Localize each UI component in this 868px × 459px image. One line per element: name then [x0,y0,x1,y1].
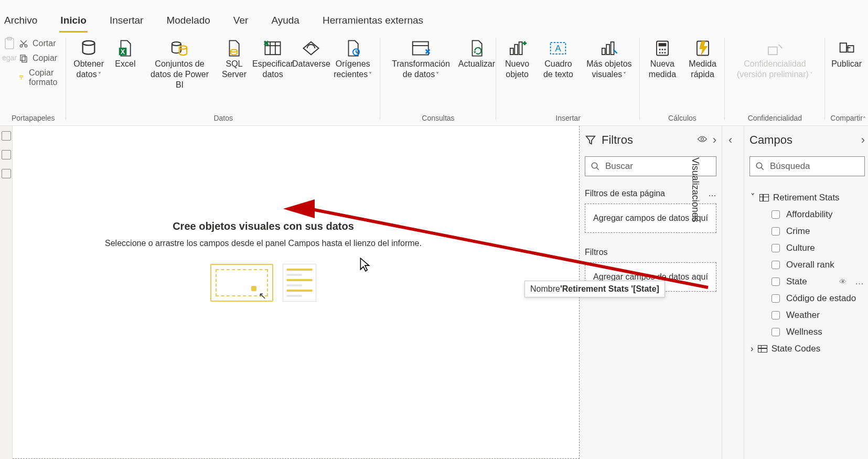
field-label: State [786,276,807,287]
tab-herramientas-externas[interactable]: Herramientas externas [318,7,427,33]
svg-rect-25 [607,45,610,55]
new-measure-button[interactable]: Nueva medida [643,37,681,81]
field-checkbox[interactable] [771,244,780,252]
table-retirement-stats[interactable]: ˅ Retirement Stats [749,189,865,206]
field-checkbox[interactable] [771,210,780,219]
visualizations-pane-collapsed: Visualizaciones [722,126,744,459]
sql-server-button[interactable]: SQL Server [219,37,250,81]
tab-ver[interactable]: Ver [229,7,253,33]
transform-data-button[interactable]: Transformación de datos˅ [383,37,458,81]
visualizations-expand-button[interactable] [728,133,732,147]
sensitivity-icon [766,40,784,56]
svg-point-31 [664,49,666,50]
filters-visibility-toggle[interactable] [697,135,708,145]
ribbon-group-confidencialidad: Confidencialidad (versión preliminar)˅ C… [725,33,826,125]
format-painter-label: Copiar formato [29,68,63,87]
field-checkbox[interactable] [771,227,780,236]
clipboard-icon [4,37,15,50]
get-data-button[interactable]: Obtener datos˅ [69,37,108,81]
tab-insertar[interactable]: Insertar [105,7,147,33]
field-checkbox[interactable] [771,261,780,269]
svg-point-34 [664,52,666,54]
refresh-icon [469,39,485,57]
format-painter-button[interactable]: Copiar formato [19,68,63,87]
refresh-button[interactable]: Actualizar [460,37,493,70]
ribbon-group-compartir: Publicar Compartir ˄ [825,33,868,125]
field-checkbox[interactable] [771,294,780,303]
cut-button[interactable]: Cortar [19,39,63,48]
collapse-ribbon-button[interactable]: ˄ [863,116,866,123]
quick-measure-button[interactable]: Medida rápida [683,37,721,81]
recent-sources-button[interactable]: Orígenes recientes˅ [328,37,377,81]
fields-collapse-button[interactable] [861,133,865,147]
tooltip-label: Nombre [530,284,560,293]
field-codigo-de-estado[interactable]: Código de estado [749,290,865,307]
table-state-codes[interactable]: › State Codes [749,340,865,357]
tab-inicio[interactable]: Inicio [56,7,91,33]
recent-icon [345,39,361,57]
enter-data-button[interactable]: Especificar datos [252,37,294,81]
group-label-calculos: Cálculos [668,114,696,123]
sensitivity-button: Confidencialidad (versión preliminar)˅ [728,37,822,81]
copy-button[interactable]: Copiar [19,54,63,63]
view-rail [0,126,13,459]
filters-search-placeholder: Buscar [605,161,633,172]
more-visuals-icon [599,40,618,56]
group-label-insertar: Insertar [555,114,580,123]
field-affordability[interactable]: Affordability [749,206,865,223]
tab-ayuda[interactable]: Ayuda [267,7,304,33]
new-visual-button[interactable]: Nuevo objeto [499,37,535,81]
work-area: Cree objetos visuales con sus datos Sele… [0,126,868,459]
pbi-datasets-button[interactable]: Conjuntos de datos de Power BI [143,37,217,91]
group-label-datos: Datos [213,114,233,123]
field-crime[interactable]: Crime [749,223,865,240]
field-menu[interactable]: … [855,276,864,287]
field-weather[interactable]: Weather [749,307,865,324]
format-painter-icon [19,73,25,82]
model-view-button[interactable] [2,169,11,178]
filters-collapse-button[interactable] [713,133,716,147]
dataverse-button[interactable]: Dataverse [296,37,326,70]
tab-modelado[interactable]: Modelado [162,7,214,33]
filters-all-header: Filtros [585,248,608,257]
dataverse-label: Dataverse [292,59,330,69]
paste-label: egar [2,54,17,62]
field-label: Weather [786,310,820,321]
filter-icon [585,134,596,146]
field-state[interactable]: State👁… [749,273,865,290]
report-canvas[interactable]: Cree objetos visuales con sus datos Sele… [13,126,580,459]
search-icon [591,162,600,171]
fields-search-placeholder: Búsqueda [770,161,810,172]
fields-search[interactable]: Búsqueda [749,156,865,176]
svg-text:A: A [555,44,562,54]
publish-label: Publicar [831,59,862,69]
report-view-button[interactable] [2,131,11,141]
svg-rect-24 [602,48,605,55]
publish-button[interactable]: Publicar [828,37,865,70]
filters-page-menu[interactable]: … [708,189,716,198]
field-checkbox[interactable] [771,328,780,336]
field-culture[interactable]: Culture [749,240,865,257]
svg-point-30 [661,49,663,50]
cut-label: Cortar [33,39,56,48]
field-checkbox[interactable] [771,277,780,286]
excel-icon: X [117,39,133,57]
more-visuals-button[interactable]: Más objetos visuales˅ [582,37,637,81]
excel-button[interactable]: X Excel [110,37,141,70]
data-view-button[interactable] [2,150,11,159]
svg-rect-37 [840,43,846,52]
cursor-icon [359,257,371,272]
filters-title: Filtros [602,133,692,147]
group-label-compartir: Compartir [830,114,862,123]
tab-archivo[interactable]: Archivo [0,7,41,33]
field-checkbox[interactable] [771,311,780,319]
svg-point-33 [661,52,663,54]
textbox-button[interactable]: A Cuadro de texto [537,37,579,81]
search-icon [755,162,765,171]
textbox-icon: A [549,40,567,56]
field-wellness[interactable]: Wellness [749,324,865,340]
field-overall-rank[interactable]: Overall rank [749,257,865,273]
ribbon: egar Cortar Copiar Copiar formato Portap… [0,33,868,126]
chevron-right-icon: › [751,344,754,354]
new-visual-icon [508,40,527,56]
